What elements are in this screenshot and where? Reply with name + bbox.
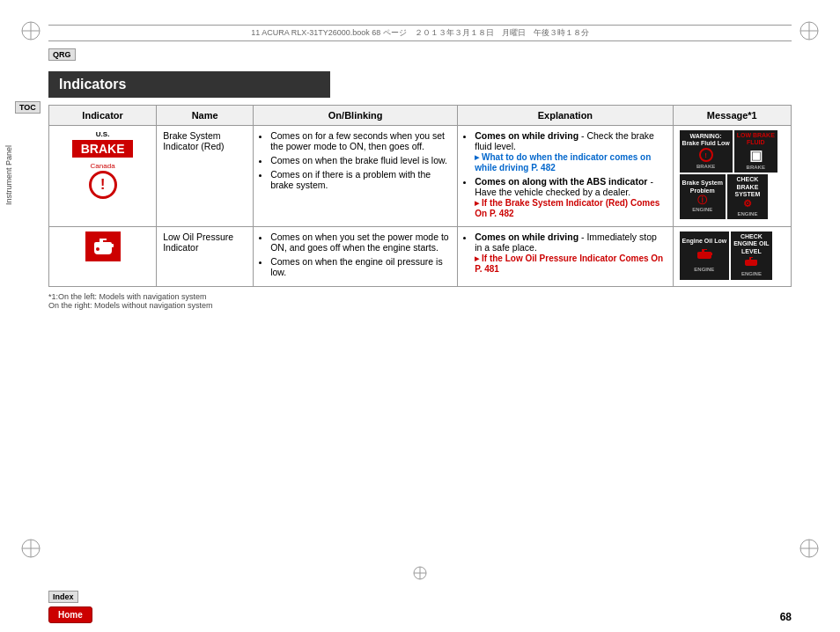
msg-engine-oil-low: Engine Oil Low ENGINE	[680, 231, 730, 280]
oil-onblinking-cell: Comes on when you set the power mode to …	[254, 227, 458, 287]
corner-mark-bl	[18, 535, 44, 562]
svg-point-16	[96, 247, 99, 251]
brake-canada-icon: !	[89, 171, 117, 199]
msg-check-engine-oil: CHECKENGINE OILLEVEL ENGINE	[731, 231, 771, 280]
instrument-panel-label: Instrument Panel	[4, 145, 13, 205]
indicator-cell-oil	[49, 227, 157, 287]
indicator-cell-brake: U.S. BRAKE Canada !	[49, 126, 157, 227]
col-header-indicator: Indicator	[49, 106, 157, 126]
indicators-table: Indicator Name On/Blinking Explanation M…	[48, 105, 792, 287]
corner-mark-tl	[18, 18, 44, 44]
col-header-name: Name	[157, 106, 254, 126]
svg-rect-17	[710, 253, 712, 255]
table-row: Low Oil Pressure Indicator Comes on when…	[49, 227, 792, 287]
bottom-area: Index Home 68	[48, 591, 792, 623]
oil-explanation-cell: Comes on while driving - Immediately sto…	[458, 227, 673, 287]
qrg-badge[interactable]: QRG	[48, 48, 76, 61]
brake-onblinking-cell: Comes on for a few seconds when you set …	[254, 126, 458, 227]
svg-rect-18	[755, 261, 757, 262]
msg-check-brake-system: CHECKBRAKESYSTEM ⚙ ENGINE	[727, 174, 768, 219]
file-info: 11 ACURA RLX-31TY26000.book 68 ページ ２０１３年…	[48, 25, 792, 41]
oil-pressure-icon	[85, 231, 121, 261]
msg-brake-system-problem: Brake SystemProblem ⓘ ENGINE	[680, 174, 726, 219]
col-header-onblinking: On/Blinking	[254, 106, 458, 126]
canada-label: Canada	[55, 162, 150, 170]
bottom-center-cross	[411, 564, 429, 584]
page-title: Indicators	[48, 71, 330, 98]
svg-rect-15	[110, 244, 114, 247]
footnote: *1:On the left: Models with navigation s…	[48, 292, 792, 310]
page-number: 68	[780, 611, 792, 623]
corner-mark-tr	[796, 18, 822, 44]
oil-name-cell: Low Oil Pressure Indicator	[157, 227, 254, 287]
corner-mark-br	[796, 535, 822, 562]
oil-message-cell: Engine Oil Low ENGINE CHECKENGINE OILLEV…	[673, 227, 791, 287]
table-row: U.S. BRAKE Canada ! Brake System Indicat…	[49, 126, 792, 227]
msg-warning-brake: WARNING:Brake Fluid Low ! BRAKE	[680, 130, 733, 173]
brake-explanation-cell: Comes on while driving - Check the brake…	[458, 126, 673, 227]
index-badge[interactable]: Index	[48, 591, 78, 603]
brake-us-icon: BRAKE	[72, 140, 134, 158]
col-header-message: Message*1	[673, 106, 791, 126]
toc-badge[interactable]: TOC	[15, 101, 41, 114]
us-label: U.S.	[55, 130, 150, 138]
msg-low-brake-fluid: LOW BRAKEFLUID ▣ BRAKE	[734, 130, 777, 173]
brake-message-cell: WARNING:Brake Fluid Low ! BRAKE LOW BRAK…	[673, 126, 791, 227]
col-header-explanation: Explanation	[458, 106, 673, 126]
brake-name-cell: Brake System Indicator (Red)	[157, 126, 254, 227]
home-badge[interactable]: Home	[48, 606, 92, 623]
